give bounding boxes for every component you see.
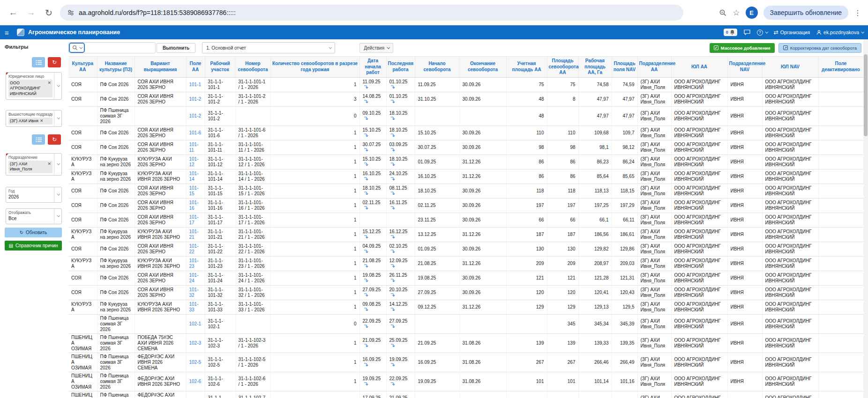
pull-date-icon[interactable] <box>364 116 368 121</box>
column-header[interactable]: Вариант выращивания <box>135 57 186 78</box>
field-link[interactable]: 101-11 <box>189 142 199 153</box>
pull-date-icon[interactable] <box>364 307 368 312</box>
field-link[interactable]: 101-22 <box>189 243 199 254</box>
pull-date-icon[interactable] <box>364 206 368 210</box>
field-link[interactable]: 101-2 <box>189 96 202 102</box>
notifications-button[interactable]: 0 <box>724 29 737 36</box>
pull-date-icon[interactable] <box>390 206 395 210</box>
pull-date-icon[interactable] <box>364 362 368 367</box>
report-select[interactable]: 1. Основной отчет <box>202 42 335 53</box>
field-link[interactable]: 102-6 <box>189 379 202 384</box>
field-link[interactable]: 101-1 <box>189 82 202 87</box>
back-icon[interactable]: ← <box>7 6 20 19</box>
filter-dropdown-toggle[interactable] <box>54 209 61 224</box>
pull-date-icon[interactable] <box>390 116 395 121</box>
field-link[interactable]: 101-14 <box>189 171 199 182</box>
filter-dropdown-toggle[interactable] <box>54 73 61 99</box>
filter-display[interactable]: Отображать Все <box>6 208 62 224</box>
filter-division[interactable]: Подразделение (ЗГ) АХИ Ивня_Поля ✕ <box>6 153 62 176</box>
pull-date-icon[interactable] <box>390 133 395 138</box>
column-header[interactable]: Название культуры (ПЗ) <box>97 57 135 78</box>
column-header[interactable]: Культура АА <box>68 57 97 78</box>
pull-date-icon[interactable] <box>390 324 395 329</box>
column-header[interactable]: Количество севооборотов в разрезе года у… <box>270 57 359 78</box>
avatar[interactable]: E <box>746 7 758 19</box>
organization-menu[interactable]: ⇄ Организация <box>774 29 810 36</box>
column-header[interactable]: Подразделение АА <box>637 57 671 78</box>
hamburger-menu-icon[interactable]: ≡ <box>5 29 13 37</box>
pull-date-icon[interactable] <box>390 278 395 283</box>
filter-dropdown-toggle[interactable] <box>54 111 61 126</box>
mass-add-button[interactable]: ✓ Массовое добавление <box>710 43 775 53</box>
column-header[interactable]: Учетная площадь АА <box>506 57 547 78</box>
column-header[interactable]: ЮЛ NAV <box>762 57 818 78</box>
forward-icon[interactable]: → <box>24 6 37 19</box>
reset-filter-button[interactable]: ↻ <box>48 134 61 145</box>
bookmark-star-icon[interactable]: ☆ <box>733 8 740 18</box>
remove-chip-icon[interactable]: ✕ <box>47 162 51 167</box>
column-header[interactable]: Начало севоборота <box>415 57 459 78</box>
zoom-icon[interactable] <box>719 9 727 17</box>
go-button[interactable]: Выполнить <box>157 43 195 53</box>
field-link[interactable]: 101-23 <box>189 258 199 269</box>
field-link[interactable]: 102-1 <box>189 321 202 326</box>
field-link[interactable]: 101-15 <box>189 185 199 196</box>
field-link[interactable]: 101-12 <box>189 156 199 167</box>
pull-date-icon[interactable] <box>364 343 368 348</box>
pull-date-icon[interactable] <box>390 264 395 268</box>
actions-button[interactable]: Действия <box>359 43 393 53</box>
pull-date-icon[interactable] <box>364 264 368 268</box>
pull-date-icon[interactable] <box>390 249 395 254</box>
field-link[interactable]: 101-24 <box>189 273 199 283</box>
pull-date-icon[interactable] <box>390 191 395 196</box>
field-link[interactable]: 101-6 <box>189 130 202 135</box>
field-link[interactable]: 101-33 <box>189 302 199 312</box>
pull-date-icon[interactable] <box>364 235 368 239</box>
pull-date-icon[interactable] <box>364 293 368 297</box>
filter-dropdown-toggle[interactable] <box>54 154 61 175</box>
field-link[interactable]: 101-21 <box>189 229 199 240</box>
column-header[interactable]: Номер севооборота <box>235 57 270 78</box>
vertical-scrollbar[interactable] <box>863 39 868 398</box>
column-header[interactable]: Дата начала работ <box>359 57 386 78</box>
column-header[interactable]: Подразделение NAV <box>727 57 762 78</box>
pull-date-icon[interactable] <box>390 293 395 297</box>
pull-date-icon[interactable] <box>390 362 395 367</box>
field-link[interactable]: 101-32 <box>189 287 199 298</box>
refresh-button[interactable]: ↻ Обновить <box>5 228 62 237</box>
pull-date-icon[interactable] <box>364 162 368 167</box>
reasons-directory-button[interactable]: ▤ Справочник причин <box>5 241 62 251</box>
browser-menu-icon[interactable]: ⋮ <box>854 8 861 17</box>
search-column-selector[interactable] <box>69 43 85 53</box>
scrollbar-thumb[interactable] <box>864 54 868 136</box>
pull-date-icon[interactable] <box>364 177 368 181</box>
pull-date-icon[interactable] <box>364 133 368 138</box>
column-header[interactable]: Последняя работа <box>386 57 415 78</box>
filter-dropdown-toggle[interactable] <box>54 187 61 202</box>
column-header[interactable]: Площадь поля NAV <box>612 57 637 78</box>
search-input[interactable] <box>85 43 155 52</box>
help-menu[interactable]: ? <box>757 29 767 36</box>
pull-date-icon[interactable] <box>390 343 395 348</box>
chat-icon[interactable] <box>744 29 750 35</box>
field-link[interactable]: 102-3 <box>189 340 202 346</box>
pull-date-icon[interactable] <box>364 147 368 152</box>
field-link[interactable]: 101-2 <box>189 113 202 118</box>
address-bar[interactable]: aa.agrohold.ru/ords/f?p=118:1815:5389086… <box>60 5 683 21</box>
pull-date-icon[interactable] <box>390 162 395 167</box>
adjust-dates-button[interactable]: ↗ Корректировка дат севооборота <box>778 43 861 53</box>
column-header[interactable]: Площадь севооборота АА <box>547 57 578 78</box>
field-link[interactable]: 101-16 <box>189 200 199 211</box>
pull-date-icon[interactable] <box>364 324 368 329</box>
pull-date-icon[interactable] <box>390 235 395 239</box>
filter-parent-division[interactable]: Вышестоящие подразде... (ЗГ) АХИ Ивня ✕ <box>6 110 62 127</box>
finish-update-button[interactable]: Завершить обновление <box>763 6 848 20</box>
column-header[interactable]: Окончание севооборота <box>459 57 506 78</box>
pull-date-icon[interactable] <box>364 382 368 386</box>
pull-date-icon[interactable] <box>390 99 395 104</box>
list-view-button[interactable] <box>32 134 45 145</box>
pull-date-icon[interactable] <box>364 99 368 104</box>
filter-legal-entity[interactable]: Юридическое лицо ООО АГРОХОЛДИНГ ИВНЯНСК… <box>6 72 62 100</box>
column-header[interactable]: Рабочая площадь АА, Га <box>578 57 612 78</box>
reload-icon[interactable]: ↻ <box>42 6 55 19</box>
